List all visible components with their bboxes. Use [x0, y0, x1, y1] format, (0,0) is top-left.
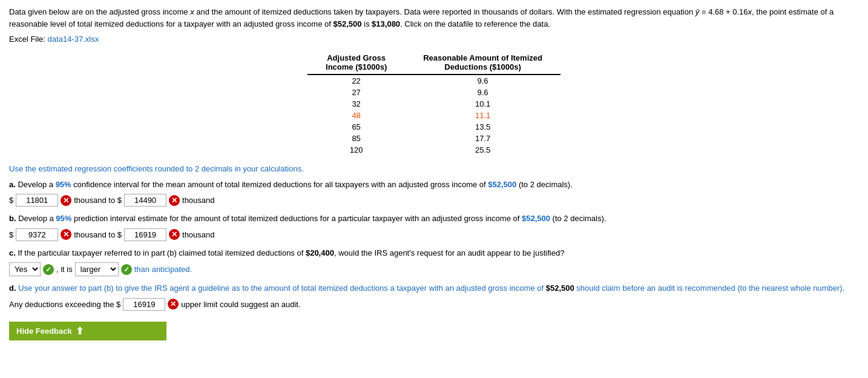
part-b-wrong-icon2[interactable]: ✕: [169, 229, 180, 240]
hide-feedback-button[interactable]: Hide Feedback ⬆: [9, 322, 166, 340]
part-b-input1[interactable]: [16, 228, 58, 241]
col2-header: Reasonable Amount of Itemized Deductions…: [405, 51, 561, 75]
hide-feedback-label: Hide Feedback: [16, 327, 72, 336]
table-cell-deductions: 10.1: [405, 98, 561, 110]
part-d-text: d. Use your answer to part (b) to give t…: [9, 282, 859, 294]
part-c-text: c. If the particular taxpayer referred t…: [9, 247, 859, 259]
intro-paragraph: Data given below are on the adjusted gro…: [9, 6, 859, 30]
part-d-text-before: Any deductions exceeding the $: [9, 300, 120, 309]
part-d-label: d.: [9, 284, 16, 293]
excel-file-row: Excel File: data14-37.xlsx: [9, 35, 859, 44]
part-a-dollar1: $: [9, 196, 13, 205]
table-row: 229.6: [307, 75, 561, 87]
part-a-wrong-icon1[interactable]: ✕: [61, 195, 71, 206]
part-c-label: c.: [9, 248, 16, 257]
table-cell-deductions: 11.1: [405, 110, 561, 121]
part-a-label: a.: [9, 180, 16, 189]
part-b-answer: $ ✕ thousand to $ ✕ thousand: [9, 228, 859, 241]
data-table: Adjusted Gross Income ($1000s) Reasonabl…: [307, 51, 561, 156]
table-cell-income: 65: [307, 121, 405, 133]
table-row: 4811.1: [307, 110, 561, 121]
part-b-middle: thousand to $: [74, 230, 122, 239]
table-row: 8517.7: [307, 133, 561, 144]
excel-link[interactable]: data14-37.xlsx: [48, 35, 99, 44]
part-b-dollar1: $: [9, 230, 13, 239]
table-cell-income: 22: [307, 75, 405, 87]
part-c-than: than anticipated.: [134, 265, 192, 274]
part-a-input1[interactable]: [16, 194, 58, 207]
table-cell-deductions: 25.5: [405, 144, 561, 156]
part-a-middle: thousand to $: [74, 196, 122, 205]
table-cell-deductions: 13.5: [405, 121, 561, 133]
part-c-check-icon1: ✓: [43, 264, 54, 275]
part-b-label: b.: [9, 214, 16, 223]
table-cell-income: 85: [307, 133, 405, 144]
part-a-wrong-icon2[interactable]: ✕: [169, 195, 180, 206]
part-c-it-is: , it is: [56, 265, 73, 274]
table-cell-deductions: 17.7: [405, 133, 561, 144]
part-c-select1[interactable]: Yes No: [9, 262, 41, 276]
table-cell-deductions: 9.6: [405, 75, 561, 87]
data-table-container: Adjusted Gross Income ($1000s) Reasonabl…: [9, 51, 859, 156]
part-b-wrong-icon1[interactable]: ✕: [61, 229, 71, 240]
table-cell-deductions: 9.6: [405, 87, 561, 98]
part-b-text: b. Develop a 95% prediction interval est…: [9, 213, 859, 225]
table-row: 6513.5: [307, 121, 561, 133]
table-cell-income: 32: [307, 98, 405, 110]
part-c-answer: Yes No ✓ , it is larger smaller ✓ than a…: [9, 262, 859, 276]
table-row: 12025.5: [307, 144, 561, 156]
part-b-end: thousand: [182, 230, 215, 239]
use-text: Use the estimated regression coefficient…: [9, 163, 859, 175]
part-c-select2[interactable]: larger smaller: [75, 262, 119, 276]
table-cell-income: 120: [307, 144, 405, 156]
part-b-input2[interactable]: [124, 228, 166, 241]
table-row: 279.6: [307, 87, 561, 98]
part-a-answer: $ ✕ thousand to $ ✕ thousand: [9, 194, 859, 207]
excel-label: Excel File:: [9, 35, 45, 44]
table-cell-income: 27: [307, 87, 405, 98]
part-d-answer: Any deductions exceeding the $ ✕ upper l…: [9, 298, 859, 311]
part-a-input2[interactable]: [124, 194, 166, 207]
table-cell-income: 48: [307, 110, 405, 121]
part-c-check-icon2: ✓: [121, 264, 132, 275]
table-row: 3210.1: [307, 98, 561, 110]
col1-header: Adjusted Gross Income ($1000s): [307, 51, 405, 75]
part-d-wrong-icon[interactable]: ✕: [168, 299, 179, 310]
part-d-input[interactable]: [123, 298, 165, 311]
hide-feedback-arrow-icon: ⬆: [76, 325, 84, 337]
part-d-text-after: upper limit could suggest an audit.: [181, 300, 300, 309]
part-a-text: a. Develop a 95% confidence interval for…: [9, 179, 859, 191]
part-a-end: thousand: [182, 196, 215, 205]
